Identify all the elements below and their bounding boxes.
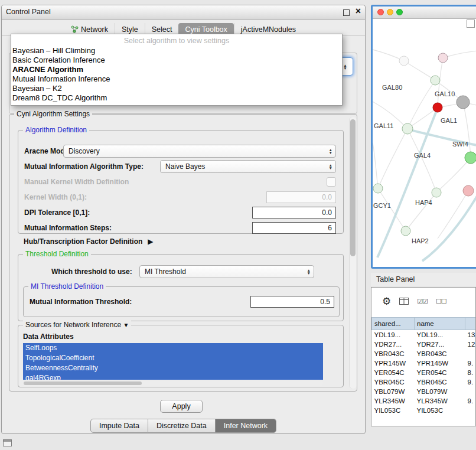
data-attribute-item[interactable]: gal4RGexp [23,373,323,380]
cell[interactable] [465,406,476,415]
table-toolbar: ⚙ ☑☑ ☐☐ [371,288,475,315]
cell[interactable]: YBR043C [415,349,465,358]
scrollbar-thumb[interactable] [24,381,142,385]
expanded-arrow-icon[interactable]: ▼ [123,322,129,328]
deselect-all-checkboxes-icon[interactable]: ☐☐ [436,298,446,305]
vertical-scrollbar[interactable] [349,117,357,389]
table-row[interactable]: YBR045CYBR045C9. [372,377,476,387]
cell[interactable]: YDR27... [372,340,415,349]
cell[interactable]: YIL053C [415,406,465,415]
cell[interactable]: YDR27... [415,340,465,349]
mi-steps-field[interactable]: 6 [252,222,336,234]
tab-infer-network[interactable]: Infer Network [216,419,276,433]
dpi-tolerance-field[interactable]: 0.0 [252,207,336,219]
cell[interactable]: YLR345W [415,396,465,406]
aracne-mode-select[interactable]: Discovery ▲ ▼ [63,145,336,158]
table-row[interactable]: YLR345WYLR345W9. [372,396,476,406]
select-all-checkboxes-icon[interactable]: ☑☑ [417,298,428,305]
cell[interactable]: 8. [465,368,476,377]
table-row[interactable]: YER054CYER054C8. [372,368,476,377]
cell[interactable] [465,349,476,358]
network-window-titlebar[interactable] [373,6,476,19]
network-node[interactable] [438,53,448,63]
collapsed-arrow-icon[interactable]: ▶ [148,237,153,246]
cell[interactable]: YBL079W [372,387,415,396]
cell[interactable]: YBR045C [415,377,465,387]
cell[interactable]: YBL079W [415,387,465,396]
network-node[interactable] [463,185,474,196]
table-row[interactable]: YBR043CYBR043C [372,349,476,358]
cell[interactable]: YIL053C [372,406,415,415]
scrollbar-thumb[interactable] [350,119,356,256]
float-window-icon[interactable] [343,9,350,16]
network-graph: GAL80 GAL10 GAL1 GAL11 SWI4 GAL4 GCY1 HA… [373,19,476,262]
tab-discretize-data[interactable]: Discretize Data [148,419,216,433]
algorithm-option[interactable]: Bayesian – K2 [11,84,342,93]
cell[interactable]: 13 [465,330,476,340]
column-header[interactable] [465,318,476,330]
sources-group: Sources for Network Inference ▼ Data Att… [18,325,344,387]
mi-threshold-field[interactable]: 0.5 [250,296,334,308]
apply-button[interactable]: Apply [160,400,203,413]
close-icon[interactable]: × [356,6,361,17]
group-title: Algorithm Definition [23,126,89,134]
network-node-gal11[interactable] [402,123,413,134]
network-canvas[interactable]: GAL80 GAL10 GAL1 GAL11 SWI4 GAL4 GCY1 HA… [373,19,476,267]
table-row[interactable]: YDR27...YDR27...12 [372,340,476,349]
zoom-traffic-light-icon[interactable] [396,9,403,15]
sources-title: Sources for Network Inference [25,321,121,329]
data-attributes-list[interactable]: SelfLoops TopologicalCoefficient Between… [23,343,323,380]
which-threshold-select[interactable]: MI Threshold ▲ ▼ [139,265,314,278]
minimize-traffic-light-icon[interactable] [387,9,393,15]
table-row[interactable]: YBL079WYBL079W [372,387,476,396]
minimized-window-icon[interactable] [3,439,12,446]
table-row[interactable]: YPR145WYPR145W9. [372,358,476,368]
column-header[interactable]: name [415,318,465,330]
cell[interactable]: 9. [465,396,476,406]
network-node-swi4[interactable] [465,152,476,164]
algorithm-option[interactable]: Basic Correlation Inference [11,56,342,65]
tab-impute-data[interactable]: Impute Data [90,419,148,433]
hub-transcription-factor-section[interactable]: Hub/Transcription Factor Definition ▶ [24,237,154,246]
gear-icon[interactable]: ⚙ [382,296,391,306]
cell[interactable]: YBR043C [372,349,415,358]
close-traffic-light-icon[interactable] [377,9,384,15]
cell[interactable]: YER054C [372,368,415,377]
mi-steps-label: Mutual Information Steps: [24,224,112,232]
cell[interactable]: YDL19... [415,330,465,340]
data-attribute-item[interactable]: SelfLoops [23,343,323,353]
network-node-highlighted-red[interactable] [433,103,442,112]
columns-icon[interactable] [399,297,409,305]
manual-kernel-width-label: Manual Kernel Width Definition [24,178,129,186]
network-node[interactable] [373,184,383,193]
algorithm-option-selected[interactable]: ARACNE Algorithm [11,65,342,74]
cell[interactable]: YBR045C [372,377,415,387]
table-row[interactable]: YDL19...YDL19...13 [372,330,476,340]
scrollbar-box[interactable] [467,19,475,28]
algorithm-option[interactable]: Bayesian – Hill Climbing [11,46,342,56]
mi-algorithm-type-select[interactable]: Naive Bayes ▲ ▼ [160,160,336,173]
cell[interactable]: 9. [465,377,476,387]
data-attribute-item[interactable]: TopologicalCoefficient [23,353,323,363]
data-attribute-item[interactable]: BetweennessCentrality [23,363,323,373]
cell[interactable]: YLR345W [372,396,415,406]
horizontal-scrollbar[interactable] [23,381,323,386]
network-node-gal10[interactable] [457,96,470,109]
kernel-width-field[interactable]: 0.0 [266,191,336,203]
cell[interactable]: YER054C [415,368,465,377]
network-node[interactable] [399,56,409,66]
algorithm-option[interactable]: Mutual Information Inference [11,74,342,84]
cell[interactable]: YPR145W [415,358,465,368]
network-node[interactable] [431,76,440,85]
cell[interactable]: 9. [465,358,476,368]
cell[interactable] [465,387,476,396]
column-header[interactable]: shared... [372,318,415,330]
cell[interactable]: YDL19... [372,330,415,340]
cell[interactable]: YPR145W [372,358,415,368]
manual-kernel-width-checkbox[interactable] [327,177,336,187]
algorithm-option[interactable]: Dream8 DC_TDC Algorithm [11,93,342,103]
cell[interactable]: 12 [465,340,476,349]
network-node-hap2[interactable] [401,226,410,236]
table-row[interactable]: YIL053CYIL053C [372,406,476,415]
network-node[interactable] [432,188,441,197]
